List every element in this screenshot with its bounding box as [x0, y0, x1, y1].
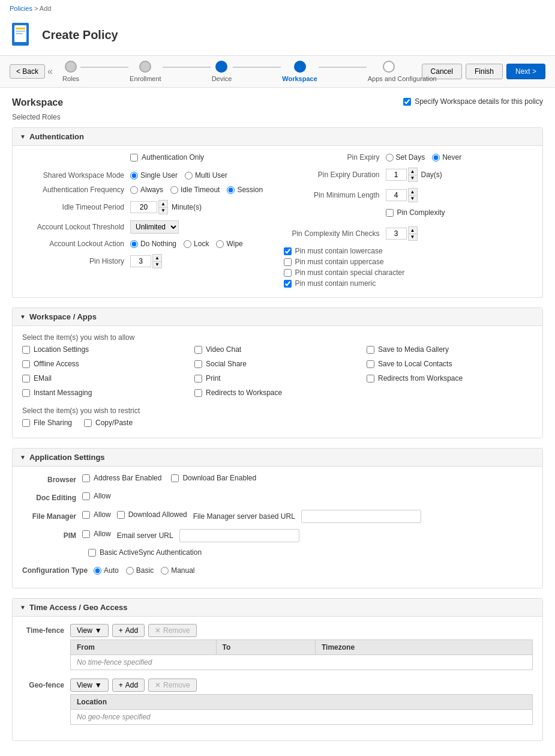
pin-complexity-checkbox[interactable]	[386, 209, 394, 217]
next-button[interactable]: Next >	[506, 64, 545, 79]
fm-server-url-input[interactable]	[301, 510, 421, 523]
pin-min-down[interactable]: ▼	[408, 234, 418, 241]
time-fence-remove-btn[interactable]: ✕ Remove	[148, 624, 197, 637]
always-radio[interactable]	[130, 186, 138, 194]
specify-workspace-checkbox[interactable]	[403, 98, 411, 106]
back-button[interactable]: < Back	[10, 64, 45, 79]
idle-timeout-radio[interactable]	[170, 186, 178, 194]
print-checkbox[interactable]	[194, 375, 202, 383]
pin-special-checkbox[interactable]	[284, 269, 292, 277]
pin-history-input[interactable]	[130, 255, 151, 267]
redirects-to-checkbox[interactable]	[194, 389, 202, 397]
svg-rect-4	[16, 33, 23, 34]
instant-msg-checkbox[interactable]	[22, 389, 30, 397]
pin-duration-down[interactable]: ▼	[408, 175, 418, 182]
pin-min-length-spinners: ▲ ▼	[408, 188, 418, 202]
pin-duration-up[interactable]: ▲	[408, 168, 418, 175]
breadcrumb-policies[interactable]: Policies	[10, 5, 32, 12]
location-checkbox[interactable]	[22, 346, 30, 354]
pin-uppercase-checkbox[interactable]	[284, 258, 292, 266]
pin-expiry-duration-spinners: ▲ ▼	[408, 168, 418, 182]
download-bar-checkbox[interactable]	[171, 474, 179, 482]
redirects-from-checkbox[interactable]	[367, 375, 374, 383]
do-nothing-radio[interactable]	[130, 240, 138, 248]
idle-timeout-input[interactable]	[130, 201, 157, 213]
fm-allow-checkbox[interactable]	[82, 511, 90, 519]
geo-view-chevron: ▼	[95, 681, 102, 689]
step-circle-apps[interactable]	[383, 61, 395, 73]
pin-complexity-min-input[interactable]	[386, 228, 407, 240]
step-circle-enrollment[interactable]	[139, 61, 151, 73]
pin-length-down[interactable]: ▼	[408, 195, 418, 202]
time-fence-view-btn[interactable]: View ▼	[70, 624, 109, 637]
pin-history-down[interactable]: ▼	[152, 261, 162, 268]
authentication-header[interactable]: ▼ Authentication	[13, 128, 542, 146]
auth-only-checkbox[interactable]	[130, 154, 138, 162]
restrict-file-sharing: File Sharing	[22, 419, 72, 427]
lockout-threshold-select[interactable]: Unlimited 3 5 10	[130, 220, 179, 234]
doc-editing-checkbox[interactable]	[82, 492, 90, 500]
finish-button[interactable]: Finish	[466, 64, 503, 79]
geo-col-location: Location	[71, 695, 533, 710]
config-manual-radio[interactable]	[161, 567, 169, 575]
geo-fence-add-btn[interactable]: + Add	[112, 679, 145, 692]
social-share-label: Social Share	[206, 360, 247, 368]
offline-checkbox[interactable]	[22, 360, 30, 368]
shared-workspace-row: Shared Workspace Mode Single User Multi …	[22, 171, 278, 180]
time-remove-icon: ✕	[155, 626, 161, 635]
pin-length-up[interactable]: ▲	[408, 188, 418, 195]
fm-download-checkbox[interactable]	[117, 511, 125, 519]
save-media-label: Save to Media Gallery	[378, 345, 449, 354]
lock-radio[interactable]	[184, 240, 191, 248]
lock-label: Lock	[194, 240, 209, 248]
never-radio[interactable]	[432, 154, 440, 162]
workspace-apps-panel: ▼ Workspace / Apps Select the item(s) yo…	[12, 307, 543, 438]
multi-user-radio[interactable]	[185, 172, 193, 180]
geo-fence-view-btn[interactable]: View ▼	[70, 679, 109, 692]
time-geo-header[interactable]: ▼ Time Access / Geo Access	[13, 599, 542, 617]
config-auto-radio[interactable]	[94, 567, 101, 575]
single-user-radio[interactable]	[130, 172, 138, 180]
set-days-radio[interactable]	[386, 154, 394, 162]
workspace-apps-header[interactable]: ▼ Workspace / Apps	[13, 308, 542, 326]
pin-lowercase-checkbox[interactable]	[284, 247, 292, 255]
email-checkbox[interactable]	[22, 375, 30, 383]
social-share-checkbox[interactable]	[194, 360, 202, 368]
wipe-radio[interactable]	[216, 240, 224, 248]
print-label: Print	[206, 374, 221, 383]
idle-timeout-up[interactable]: ▲	[158, 200, 168, 207]
pin-numeric-checkbox[interactable]	[284, 280, 292, 288]
config-type-row: Configuration Type Auto Basic Manual	[22, 566, 533, 575]
video-chat-checkbox[interactable]	[194, 346, 202, 354]
time-fence-add-btn[interactable]: + Add	[112, 624, 145, 637]
app-settings-header[interactable]: ▼ Application Settings	[13, 449, 542, 467]
local-contacts-label: Save to Local Contacts	[378, 360, 452, 368]
local-contacts-checkbox[interactable]	[367, 360, 374, 368]
config-basic-radio[interactable]	[126, 567, 134, 575]
pin-history-up[interactable]: ▲	[152, 254, 162, 261]
pim-allow-checkbox[interactable]	[82, 530, 90, 538]
collapse-icon[interactable]: «	[47, 66, 53, 77]
step-roles: Roles	[62, 61, 130, 82]
step-circle-workspace[interactable]	[294, 61, 306, 73]
pin-expiry-duration-input[interactable]	[386, 169, 407, 181]
fm-allow-item: Allow	[82, 510, 111, 519]
specify-check-area: Specify Workspace details for this polic…	[403, 97, 543, 106]
file-sharing-checkbox[interactable]	[22, 419, 30, 427]
geo-fence-row: Geo-fence View ▼ + Add ✕ Remo	[22, 679, 533, 725]
pin-min-up[interactable]: ▲	[408, 226, 418, 234]
lockout-action-radios: Do Nothing Lock Wipe	[130, 240, 243, 248]
session-radio[interactable]	[227, 186, 235, 194]
step-circle-device[interactable]	[215, 61, 227, 73]
pin-min-length-input[interactable]	[386, 189, 407, 201]
browser-label: Browser	[22, 476, 82, 484]
email-server-url-input[interactable]	[179, 529, 299, 542]
idle-timeout-down[interactable]: ▼	[158, 207, 168, 214]
address-bar-checkbox[interactable]	[82, 474, 90, 482]
geo-fence-remove-btn[interactable]: ✕ Remove	[148, 679, 197, 692]
step-circle-roles[interactable]	[65, 61, 77, 73]
save-media-checkbox[interactable]	[367, 346, 374, 354]
pin-complexity-min-spinner: ▲ ▼	[386, 226, 418, 241]
activesync-checkbox[interactable]	[88, 549, 96, 557]
copy-paste-checkbox[interactable]	[84, 419, 92, 427]
